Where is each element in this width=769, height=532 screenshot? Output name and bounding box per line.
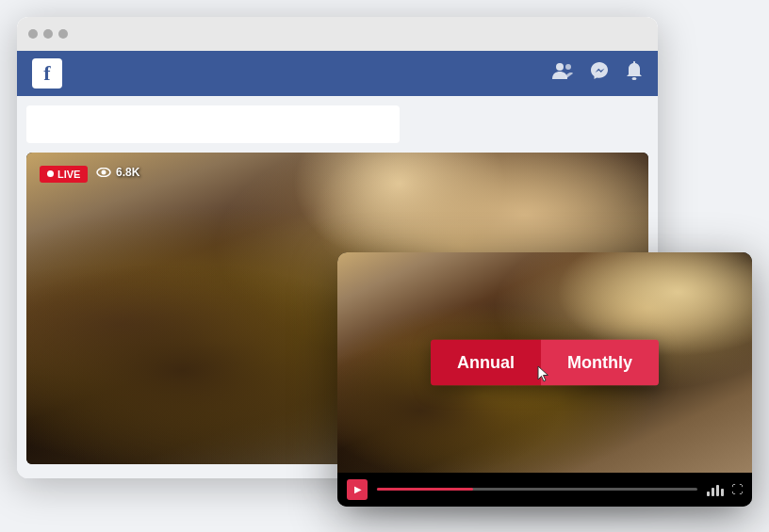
titlebar (17, 17, 658, 51)
play-button[interactable]: ▶ (347, 479, 368, 500)
facebook-navbar: f (17, 51, 658, 96)
svg-point-0 (556, 63, 564, 71)
right-controls: ⛶ (707, 483, 743, 496)
svg-point-2 (632, 77, 637, 80)
vbar-3 (716, 485, 719, 496)
svg-point-4 (102, 169, 106, 174)
vbar-2 (712, 488, 714, 496)
facebook-logo: f (32, 58, 62, 89)
dot-2 (43, 29, 53, 39)
dot-1 (28, 29, 38, 39)
live-dot (47, 170, 54, 177)
svg-point-1 (565, 64, 571, 70)
monthly-button[interactable]: Monthly (541, 339, 659, 385)
notifications-icon[interactable] (626, 61, 643, 85)
live-badge: LIVE (40, 166, 88, 183)
youtube-controls: ▶ ⛶ (337, 473, 752, 507)
play-icon: ▶ (354, 484, 362, 494)
progress-fill (377, 488, 473, 491)
scene-wrapper: f (17, 17, 752, 516)
volume-icon (707, 483, 724, 496)
vbar-1 (707, 492, 710, 496)
nav-icons (552, 61, 643, 85)
vbar-4 (721, 489, 724, 496)
profile-bar (26, 105, 400, 143)
youtube-overlay-window: Annual Monthly ▶ (337, 252, 752, 507)
annual-button[interactable]: Annual (431, 339, 541, 385)
friends-icon[interactable] (552, 62, 573, 84)
progress-bar[interactable] (377, 488, 697, 491)
dot-3 (58, 29, 68, 39)
fullscreen-icon[interactable]: ⛶ (731, 483, 743, 496)
cursor-arrow (536, 364, 551, 383)
messenger-icon[interactable] (590, 61, 609, 85)
archery-bg-yt: Annual Monthly (337, 252, 752, 473)
view-count: 6.8K (96, 166, 139, 179)
